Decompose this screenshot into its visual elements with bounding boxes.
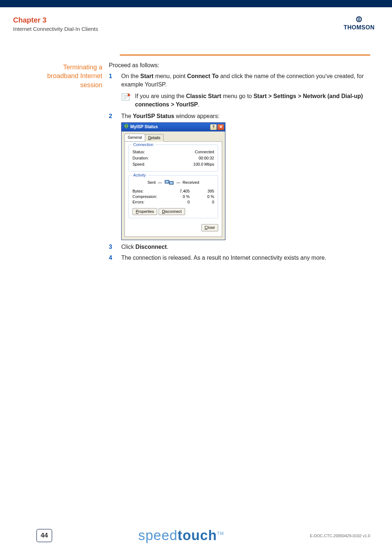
step-3: 3 Click Disconnect. [109,243,370,251]
step-text: Click Disconnect. [121,243,370,251]
label: Errors: [132,199,165,205]
step-text: The YourISP Status window appears: [121,112,370,120]
help-button[interactable]: ? [210,124,217,130]
computers-icon [164,179,174,186]
note-text: If you are using the Classic Start menu … [135,92,370,109]
brand-text: THOMSON [344,24,375,31]
chapter-title: Chapter 3 [13,16,98,24]
chapter-subtitle: Internet Connectivity Dial-In Clients [13,26,98,32]
section-heading: Terminating a broadband Internet session [0,61,109,262]
group-title: Connection [132,142,155,147]
text: . [167,244,168,250]
close-action-button[interactable]: Close [201,224,218,231]
label: Speed: [132,162,145,167]
world-icon [124,123,129,130]
bold: YourISP Status [133,113,174,119]
heading-line: Terminating a [11,63,102,72]
step-number: 2 [109,112,121,120]
bold: Disconnect [135,244,167,250]
step-number: 1 [109,72,121,89]
page-header: Chapter 3 Internet Connectivity Dial-In … [0,7,392,36]
content: Proceed as follows: 1 On the Start menu,… [109,61,370,262]
intro-text: Proceed as follows: [109,61,370,69]
page-number: 44 [36,529,52,542]
brand-part: touch [177,528,217,543]
group-title: Activity [132,173,147,178]
received-label: Received [183,180,199,185]
label: Compression: [132,194,165,199]
step-number: 4 [109,254,121,262]
text: Click [121,244,135,250]
note: If you are using the Classic Start menu … [121,92,370,109]
value: 0 % [165,194,190,199]
step-1: 1 On the Start menu, point Connect To an… [109,72,370,89]
tabs: General Details [124,134,222,141]
doc-id: E-DOC-CTC-20050429-0102 v1.0 [310,534,370,538]
text: On the [121,73,140,79]
heading-line: session [11,81,102,89]
value: 0 [165,199,190,205]
heading-line: broadband Internet [11,72,102,80]
text: menu, point [154,73,187,79]
text: . [198,101,199,108]
brand-part: speed [138,528,178,543]
svg-rect-11 [170,182,173,184]
value: 395 [190,189,215,194]
header-left: Chapter 3 Internet Connectivity Dial-In … [13,16,98,32]
step-4: 4 The connection is released. As a resul… [109,254,370,262]
tab-panel: Connection Status:Connected Duration:00:… [124,141,222,237]
tab-general[interactable]: General [124,134,145,141]
connection-group: Connection Status:Connected Duration:00:… [128,145,218,171]
label: Status: [132,149,145,155]
disconnect-button[interactable]: Disconnect [159,208,185,215]
properties-button[interactable]: Properties [132,208,157,215]
arrow-icon: — [176,180,180,185]
value: 100.0 Mbps [193,162,214,167]
label: Bytes: [132,189,165,194]
text: If you are using the [135,93,186,99]
dialog-body: General Details Connection Status:Connec… [122,131,225,240]
step-number: 3 [109,243,121,251]
myisp-status-dialog: MyISP Status ? ✕ General Details Connect… [121,122,225,240]
value: 00:00:32 [199,155,214,161]
arrow-icon: — [158,180,162,185]
bold: Classic Start [186,93,221,99]
step-text: On the Start menu, point Connect To and … [121,72,370,89]
text: The [121,113,133,119]
sent-label: Sent [147,180,156,185]
value: Connected [195,149,214,155]
svg-rect-9 [166,181,168,183]
step-text: The connection is released. As a result … [121,254,370,262]
dialog-titlebar[interactable]: MyISP Status ? ✕ [122,123,225,131]
tab-details[interactable]: Details [145,134,164,141]
body: Terminating a broadband Internet session… [0,56,392,262]
trademark: TM [217,531,224,536]
text: menu go to [221,93,253,99]
value: 0 % [190,194,215,199]
text: window appears: [174,113,220,119]
activity-group: Activity Sent — — Received Bytes:7,40539… [128,175,218,219]
thomson-logo: THOMSON [344,16,375,32]
bold: Connect To [187,73,219,79]
top-bar [0,0,392,7]
dialog-title: MyISP Status [130,124,158,130]
value: 7,405 [165,189,190,194]
close-button[interactable]: ✕ [217,124,224,130]
note-icon [121,92,135,109]
activity-head: Sent — — Received [132,179,214,186]
value: 0 [190,199,215,205]
speedtouch-logo: speedtouchTM [138,528,224,543]
step-2: 2 The YourISP Status window appears: [109,112,370,120]
bold: Start [140,73,153,79]
footer: 44 speedtouchTM E-DOC-CTC-20050429-0102 … [0,528,392,543]
globe-icon [344,16,375,24]
label: Duration: [132,155,149,161]
